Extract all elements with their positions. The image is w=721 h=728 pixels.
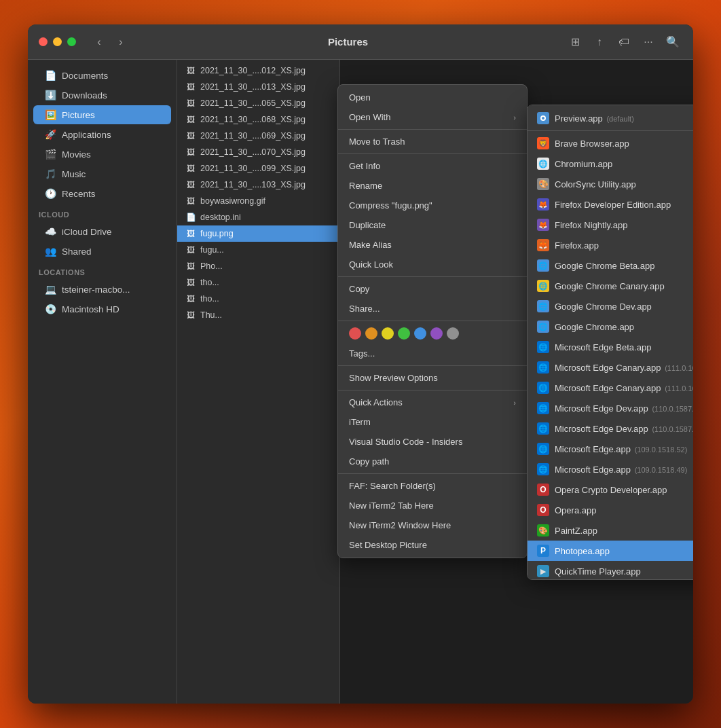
ctx-set-desktop[interactable]: Set Desktop Picture <box>338 535 527 555</box>
file-item[interactable]: 🖼 tho... <box>177 274 339 291</box>
sub-item-chrome-canary[interactable]: 🌐 Google Chrome Canary.app <box>528 276 693 296</box>
search-button[interactable]: 🔍 <box>663 33 682 52</box>
file-item[interactable]: 🖼 Pho... <box>177 258 339 274</box>
file-icon: 🖼 <box>185 147 196 158</box>
file-item[interactable]: 🖼 Thu... <box>177 307 339 323</box>
colorsync-icon: 🎨 <box>537 178 549 190</box>
ctx-faf-search[interactable]: FAF: Search Folder(s) <box>338 476 527 496</box>
file-item[interactable]: 🖼 2021_11_30_....068_XS.jpg <box>177 111 339 128</box>
sidebar-item-downloads[interactable]: ⬇️ Downloads <box>33 86 171 105</box>
file-name: 2021_11_30_....103_XS.jpg <box>200 180 306 189</box>
sub-label: ColorSync Utility.app <box>555 179 636 189</box>
tag-purple[interactable] <box>430 327 443 340</box>
file-item[interactable]: 🖼 2021_11_30_....012_XS.jpg <box>177 62 339 79</box>
ctx-iterm[interactable]: iTerm <box>338 412 527 432</box>
ctx-duplicate[interactable]: Duplicate <box>338 215 527 235</box>
file-item[interactable]: 🖼 tho... <box>177 291 339 307</box>
sidebar-item-pictures[interactable]: 🖼️ Pictures <box>33 105 171 124</box>
ctx-rename[interactable]: Rename <box>338 176 527 196</box>
sub-item-photopea[interactable]: P Photopea.app <box>528 541 693 561</box>
sidebar-item-macbook[interactable]: 💻 tsteiner-macbo... <box>33 280 171 299</box>
sub-item-firefox[interactable]: 🦊 Firefox.app <box>528 235 693 255</box>
ctx-copy[interactable]: Copy <box>338 279 527 299</box>
close-button[interactable] <box>39 37 48 46</box>
tag-button[interactable]: 🏷 <box>614 33 633 52</box>
sub-label: Microsoft Edge.app (109.0.1518.52) <box>555 444 687 454</box>
sidebar-item-label: iCloud Drive <box>62 227 112 237</box>
window-title: Pictures <box>138 36 557 48</box>
file-item[interactable]: 🖼 2021_11_30_....069_XS.jpg <box>177 128 339 144</box>
tag-yellow[interactable] <box>382 327 394 340</box>
sidebar-item-macintosh-hd[interactable]: 💿 Macintosh HD <box>33 299 171 318</box>
file-item[interactable]: 📄 desktop.ini <box>177 209 339 225</box>
view-toggle-button[interactable]: ⊞ <box>566 33 585 52</box>
share-button[interactable]: ↑ <box>590 33 609 52</box>
tag-red[interactable] <box>349 327 361 340</box>
ctx-open-with[interactable]: Open With › Preview.app (default) 🦁 <box>338 107 527 127</box>
ctx-get-info[interactable]: Get Info <box>338 156 527 176</box>
sidebar-item-applications[interactable]: 🚀 Applications <box>33 125 171 144</box>
sub-item-edge-canary1[interactable]: 🌐 Microsoft Edge Canary.app (111.0.1627.… <box>528 357 693 378</box>
tag-green[interactable] <box>398 327 410 340</box>
more-button[interactable]: ··· <box>639 33 658 52</box>
tag-gray[interactable] <box>447 327 459 340</box>
file-icon: 🖼 <box>185 261 196 272</box>
file-icon: 🖼 <box>185 163 196 174</box>
sub-item-opera[interactable]: O Opera.app <box>528 500 693 520</box>
file-item[interactable]: 🖼 2021_11_30_....099_XS.jpg <box>177 160 339 177</box>
file-name: boywasiwrong.gif <box>200 196 265 206</box>
file-item[interactable]: 🖼 fugu... <box>177 242 339 258</box>
sidebar-item-recents[interactable]: 🕐 Recents <box>33 184 171 203</box>
minimize-button[interactable] <box>53 37 62 46</box>
tag-orange[interactable] <box>365 327 377 340</box>
sub-item-edge1[interactable]: 🌐 Microsoft Edge.app (109.0.1518.52) <box>528 439 693 459</box>
sub-item-chromium[interactable]: 🌐 Chromium.app <box>528 153 693 174</box>
sub-item-opera-crypto[interactable]: O Opera Crypto Developer.app <box>528 479 693 500</box>
icloud-section-label: iCloud <box>28 204 177 221</box>
maximize-button[interactable] <box>67 37 76 46</box>
file-item-fugu[interactable]: 🖼 fugu.png <box>177 225 339 242</box>
sub-item-quicktime[interactable]: ▶ QuickTime Player.app <box>528 561 693 580</box>
file-item[interactable]: 🖼 2021_11_30_....013_XS.jpg <box>177 79 339 95</box>
ctx-new-iterm2-tab[interactable]: New iTerm2 Tab Here <box>338 496 527 515</box>
back-button[interactable]: ‹ <box>90 33 109 52</box>
ctx-compress[interactable]: Compress "fugu.png" <box>338 196 527 215</box>
ctx-new-iterm2-window[interactable]: New iTerm2 Window Here <box>338 515 527 535</box>
file-item[interactable]: 🖼 boywasiwrong.gif <box>177 193 339 209</box>
ctx-vscode-insiders[interactable]: Visual Studio Code - Insiders <box>338 432 527 452</box>
ctx-open[interactable]: Open <box>338 88 527 107</box>
ctx-copy-path[interactable]: Copy path <box>338 452 527 471</box>
ctx-make-alias[interactable]: Make Alias <box>338 235 527 255</box>
sub-item-edge-canary2[interactable]: 🌐 Microsoft Edge Canary.app (111.0.1619.… <box>528 378 693 398</box>
file-item[interactable]: 🖼 2021_11_30_....103_XS.jpg <box>177 177 339 193</box>
sub-item-colorsync[interactable]: 🎨 ColorSync Utility.app <box>528 174 693 194</box>
file-item[interactable]: 🖼 2021_11_30_....065_XS.jpg <box>177 95 339 111</box>
sub-item-edge-dev1[interactable]: 🌐 Microsoft Edge Dev.app (110.0.1587.6) <box>528 398 693 418</box>
ctx-show-preview-options[interactable]: Show Preview Options <box>338 368 527 388</box>
ctx-tags[interactable]: Tags... <box>338 344 527 363</box>
forward-button[interactable]: › <box>111 33 130 52</box>
ctx-share[interactable]: Share... <box>338 299 527 318</box>
sub-item-chrome-dev[interactable]: 🌐 Google Chrome Dev.app <box>528 296 693 316</box>
sub-item-edge-beta[interactable]: 🌐 Microsoft Edge Beta.app <box>528 337 693 357</box>
sub-item-edge-dev2[interactable]: 🌐 Microsoft Edge Dev.app (110.0.1587.2) <box>528 418 693 439</box>
tag-blue[interactable] <box>414 327 426 340</box>
sub-item-brave[interactable]: 🦁 Brave Browser.app <box>528 133 693 153</box>
sub-item-firefox-dev[interactable]: 🦊 Firefox Developer Edition.app <box>528 194 693 215</box>
ctx-quick-look[interactable]: Quick Look <box>338 255 527 274</box>
ctx-quick-actions[interactable]: Quick Actions › <box>338 393 527 412</box>
ctx-move-to-trash[interactable]: Move to Trash <box>338 132 527 151</box>
sidebar-item-documents[interactable]: 📄 Documents <box>33 66 171 85</box>
sub-item-chrome-beta[interactable]: 🌐 Google Chrome Beta.app <box>528 255 693 276</box>
sidebar-item-shared[interactable]: 👥 Shared <box>33 242 171 261</box>
sub-item-edge2[interactable]: 🌐 Microsoft Edge.app (109.0.1518.49) <box>528 459 693 479</box>
sub-item-preview[interactable]: Preview.app (default) <box>528 108 693 128</box>
sub-item-firefox-nightly[interactable]: 🦊 Firefox Nightly.app <box>528 215 693 235</box>
sidebar-item-movies[interactable]: 🎬 Movies <box>33 145 171 164</box>
sidebar-item-music[interactable]: 🎵 Music <box>33 164 171 183</box>
sidebar-item-icloud-drive[interactable]: ☁️ iCloud Drive <box>33 222 171 241</box>
sub-item-chrome[interactable]: 🌐 Google Chrome.app <box>528 316 693 337</box>
sub-item-paintz[interactable]: 🎨 PaintZ.app <box>528 520 693 541</box>
file-item[interactable]: 🖼 2021_11_30_....070_XS.jpg <box>177 144 339 160</box>
finder-body: 📄 Documents ⬇️ Downloads 🖼️ Pictures 🚀 A… <box>28 60 693 704</box>
